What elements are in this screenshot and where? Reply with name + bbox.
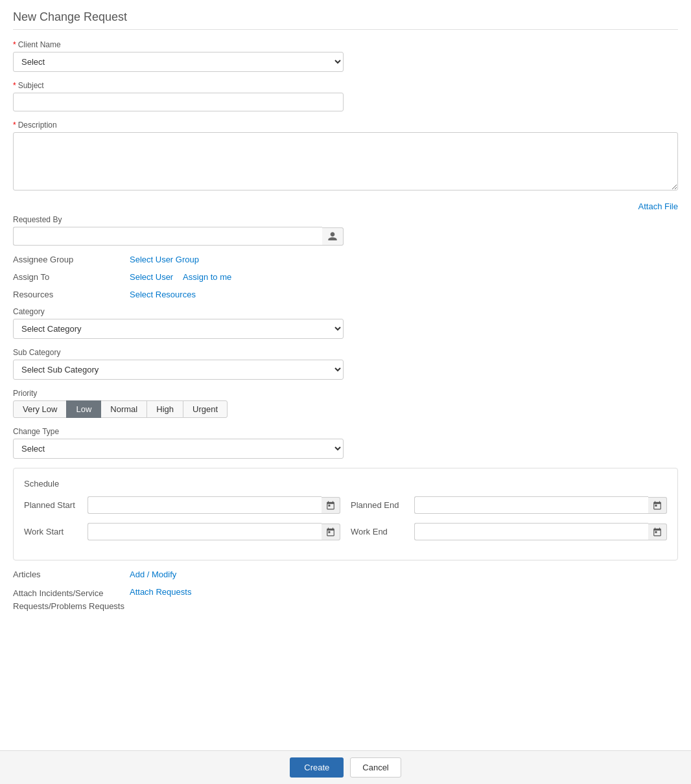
priority-low[interactable]: Low [66,400,101,418]
planned-end-field: Planned End [351,496,667,514]
articles-row: Articles Add / Modify [13,570,678,579]
sub-category-group: Sub Category Select Sub Category [13,348,344,380]
planned-start-cal-btn[interactable] [322,497,340,514]
category-group: Category Select Category [13,307,344,339]
work-end-label: Work End [351,527,409,536]
schedule-box: Schedule Planned Start Planned End [13,468,678,560]
subject-input[interactable] [13,93,344,111]
planned-end-label: Planned End [351,500,409,510]
sub-category-label: Sub Category [13,348,344,357]
create-button[interactable]: Create [290,757,344,778]
required-star-desc: * [13,121,16,130]
resources-label: Resources [13,290,130,299]
priority-high[interactable]: High [146,400,183,418]
attach-file-link[interactable]: Attach File [638,202,678,211]
footer-bar: Create Cancel [0,750,691,784]
articles-value: Add / Modify [130,570,184,579]
attach-incidents-label: Attach Incidents/Service Requests/Proble… [13,587,130,612]
planned-start-wrap [88,496,340,514]
subject-group: *Subject [13,81,344,111]
planned-start-label: Planned Start [24,500,82,510]
work-start-cal-btn[interactable] [322,524,340,540]
add-modify-link[interactable]: Add / Modify [130,570,176,579]
schedule-row-2: Work Start Work End [24,523,667,540]
assign-to-row: Assign To Select User Assign to me [13,272,678,282]
client-name-group: *Client Name Select [13,40,344,72]
schedule-title: Schedule [24,479,667,489]
priority-very-low[interactable]: Very Low [13,400,67,418]
attach-incidents-row: Attach Incidents/Service Requests/Proble… [13,587,678,612]
assignee-group-value: Select User Group [130,255,207,264]
description-label: *Description [13,121,678,130]
planned-end-input[interactable] [414,496,648,514]
priority-urgent[interactable]: Urgent [183,400,228,418]
planned-start-field: Planned Start [24,496,340,514]
requested-by-wrap [13,227,344,246]
work-end-field: Work End [351,523,667,540]
person-icon [327,231,338,242]
priority-label: Priority [13,389,678,398]
required-star: * [13,40,16,49]
priority-buttons: Very Low Low Normal High Urgent [13,400,678,418]
work-end-input[interactable] [414,523,648,540]
calendar-icon-3 [326,527,335,536]
resources-value: Select Resources [130,290,204,299]
schedule-row-1: Planned Start Planned End [24,496,667,514]
category-select[interactable]: Select Category [13,319,344,339]
attach-file-row: Attach File [13,202,678,211]
cancel-button[interactable]: Cancel [350,757,401,778]
planned-start-input[interactable] [88,496,322,514]
required-star-subject: * [13,81,16,90]
attach-requests-link[interactable]: Attach Requests [130,587,191,597]
calendar-icon [326,501,335,510]
assignee-group-row: Assignee Group Select User Group [13,255,678,264]
category-label: Category [13,307,344,316]
requested-by-label: Requested By [13,215,678,224]
assign-to-value: Select User Assign to me [130,272,239,282]
select-user-link[interactable]: Select User [130,272,173,282]
articles-label: Articles [13,570,130,579]
client-name-label: *Client Name [13,40,344,49]
select-user-group-link[interactable]: Select User Group [130,255,199,264]
work-start-field: Work Start [24,523,340,540]
requested-by-input[interactable] [13,227,322,246]
sub-category-select[interactable]: Select Sub Category [13,360,344,380]
change-type-select[interactable]: Select [13,439,344,459]
calendar-icon-2 [653,501,662,510]
resources-row: Resources Select Resources [13,290,678,299]
work-start-label: Work Start [24,527,82,536]
requested-by-group: Requested By [13,215,678,246]
work-start-wrap [88,523,340,540]
select-resources-link[interactable]: Select Resources [130,290,196,299]
client-name-select[interactable]: Select [13,52,344,72]
priority-group: Priority Very Low Low Normal High Urgent [13,389,678,418]
requested-by-icon-btn[interactable] [322,227,344,246]
priority-normal[interactable]: Normal [100,400,147,418]
assign-to-label: Assign To [13,272,130,282]
assign-to-me-link[interactable]: Assign to me [183,272,231,282]
attach-incidents-value: Attach Requests [130,587,199,597]
change-type-group: Change Type Select [13,427,344,459]
planned-end-cal-btn[interactable] [648,497,667,514]
calendar-icon-4 [653,527,662,536]
change-type-label: Change Type [13,427,344,436]
work-end-cal-btn[interactable] [648,524,667,540]
assignee-group-label: Assignee Group [13,255,130,264]
description-group: *Description [13,121,678,192]
work-end-wrap [414,523,667,540]
planned-end-wrap [414,496,667,514]
page-title: New Change Request [13,10,678,30]
subject-label: *Subject [13,81,344,90]
description-textarea[interactable] [13,132,678,190]
work-start-input[interactable] [88,523,322,540]
